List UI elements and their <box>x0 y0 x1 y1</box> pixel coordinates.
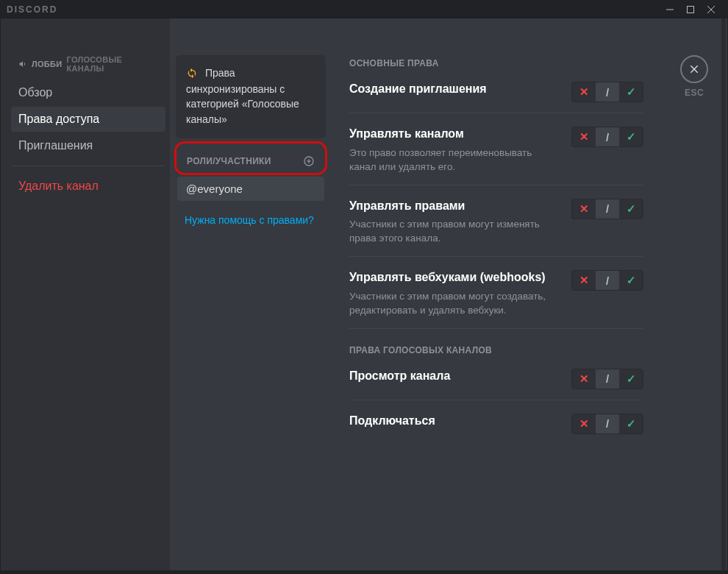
svg-rect-1 <box>688 6 694 13</box>
perm-divider <box>349 256 643 257</box>
permission-row: Управлять каналом Это право позволяет пе… <box>349 127 643 174</box>
group-divider <box>349 328 643 329</box>
titlebar: DISCORD <box>1 1 727 18</box>
sidebar-item-label: Удалить канал <box>18 180 99 192</box>
permission-group-title: ПРАВА ГОЛОСОВЫХ КАНАЛОВ <box>349 345 643 355</box>
tutorial-highlight: РОЛИ/УЧАСТНИКИ <box>174 141 327 175</box>
allow-icon[interactable]: ✓ <box>619 414 643 433</box>
perm-divider <box>349 185 643 185</box>
deny-icon[interactable]: ✕ <box>572 82 596 102</box>
passthrough-icon[interactable]: / <box>596 82 619 102</box>
close-settings-button[interactable] <box>680 55 708 83</box>
maximize-icon <box>687 6 694 13</box>
settings-sidebar: ЛОББИ ГОЛОСОВЫЕ КАНАЛЫ Обзор Права досту… <box>1 18 170 570</box>
roles-header-label: РОЛИ/УЧАСТНИКИ <box>187 156 271 166</box>
permissions-scroll[interactable]: ОСНОВНЫЕ ПРАВА Создание приглашения ✕ / … <box>349 55 710 570</box>
sidebar-divider <box>11 166 165 166</box>
sync-status-card: Права синхронизированы с категорией «Гол… <box>176 55 326 138</box>
perm-divider <box>349 113 643 113</box>
close-settings: ESC <box>679 55 710 98</box>
window-maximize-button[interactable] <box>680 2 701 17</box>
permission-description: Участники с этим правом могут создавать,… <box>349 290 560 318</box>
permission-toggle[interactable]: ✕ / ✓ <box>571 369 643 389</box>
allow-icon[interactable]: ✓ <box>619 199 643 219</box>
permission-row: Подключаться ✕ / ✓ <box>349 414 643 434</box>
add-role-button[interactable] <box>303 155 315 167</box>
app-window: DISCORD ЛОББИ ГОЛОСОВЫЕ КАНАЛЫ Обзор Пра… <box>0 0 728 574</box>
permission-title: Управлять вебхуками (webhooks) <box>349 270 560 286</box>
deny-icon[interactable]: ✕ <box>572 414 596 433</box>
help-link-label: Нужна помощь с правами? <box>185 214 314 226</box>
window-close-button[interactable] <box>701 2 721 17</box>
speaker-icon <box>18 60 27 68</box>
perm-divider <box>349 400 643 400</box>
window-minimize-button[interactable] <box>660 2 680 17</box>
permission-toggle[interactable]: ✕ / ✓ <box>571 199 643 219</box>
close-icon <box>688 63 700 75</box>
sidebar-item-label: Приглашения <box>18 139 93 152</box>
allow-icon[interactable]: ✓ <box>619 127 643 146</box>
close-icon <box>707 6 715 13</box>
deny-icon[interactable]: ✕ <box>572 271 596 290</box>
sidebar-item-overview[interactable]: Обзор <box>11 80 165 105</box>
channel-breadcrumb: ЛОББИ ГОЛОСОВЫЕ КАНАЛЫ <box>18 55 161 73</box>
settings-layout: ЛОББИ ГОЛОСОВЫЕ КАНАЛЫ Обзор Права досту… <box>1 18 727 570</box>
passthrough-icon[interactable]: / <box>596 414 619 433</box>
channel-name: ЛОББИ <box>32 60 63 68</box>
sidebar-item-label: Права доступа <box>18 113 99 125</box>
roles-column: Права синхронизированы с категорией «Гол… <box>170 18 332 570</box>
sidebar-item-invites[interactable]: Приглашения <box>11 133 165 158</box>
permissions-help-link[interactable]: Нужна помощь с правами? <box>176 201 326 226</box>
permission-title: Управлять каналом <box>349 127 560 142</box>
plus-circle-icon <box>303 155 315 167</box>
role-item-label: @everyone <box>186 183 243 195</box>
roles-members-header: РОЛИ/УЧАСТНИКИ <box>178 149 324 171</box>
allow-icon[interactable]: ✓ <box>619 271 643 290</box>
permission-row: Просмотр канала ✕ / ✓ <box>349 369 643 389</box>
permission-group-title: ОСНОВНЫЕ ПРАВА <box>349 58 643 68</box>
brand-label: DISCORD <box>7 4 57 15</box>
permission-description: Это право позволяет переименовывать кана… <box>349 146 560 174</box>
role-item-everyone[interactable]: @everyone <box>177 177 324 201</box>
passthrough-icon[interactable]: / <box>596 369 619 389</box>
permission-row: Управлять вебхуками (webhooks) Участники… <box>349 270 643 318</box>
allow-icon[interactable]: ✓ <box>619 369 643 389</box>
permission-title: Создание приглашения <box>349 82 560 97</box>
permission-row: Создание приглашения ✕ / ✓ <box>349 82 643 102</box>
permission-toggle[interactable]: ✕ / ✓ <box>571 127 643 147</box>
esc-label: ESC <box>685 88 704 98</box>
passthrough-icon[interactable]: / <box>596 199 619 219</box>
channel-category: ГОЛОСОВЫЕ КАНАЛЫ <box>67 55 162 73</box>
allow-icon[interactable]: ✓ <box>619 82 643 102</box>
passthrough-icon[interactable]: / <box>596 127 619 146</box>
permission-row: Управлять правами Участники с этим право… <box>349 199 643 247</box>
sync-icon <box>186 68 198 83</box>
sidebar-item-permissions[interactable]: Права доступа <box>11 107 165 132</box>
permission-description: Участники с этим правом могут изменять п… <box>349 218 560 246</box>
permission-toggle[interactable]: ✕ / ✓ <box>571 270 643 291</box>
deny-icon[interactable]: ✕ <box>572 369 596 389</box>
passthrough-icon[interactable]: / <box>596 271 619 290</box>
deny-icon[interactable]: ✕ <box>572 199 596 219</box>
permission-title: Подключаться <box>349 414 560 429</box>
sidebar-item-label: Обзор <box>18 86 52 99</box>
permission-toggle[interactable]: ✕ / ✓ <box>571 414 643 434</box>
permission-title: Просмотр канала <box>349 369 560 384</box>
permission-title: Управлять правами <box>349 199 560 214</box>
minimize-icon <box>666 6 674 13</box>
bottom-strip <box>1 570 727 573</box>
permissions-column: ESC ОСНОВНЫЕ ПРАВА Создание приглашения … <box>332 18 727 570</box>
sync-status-text: Права синхронизированы с категорией «Гол… <box>186 67 299 125</box>
deny-icon[interactable]: ✕ <box>572 127 596 146</box>
scrollbar[interactable] <box>721 18 726 570</box>
sidebar-item-delete-channel[interactable]: Удалить канал <box>11 174 165 199</box>
permission-toggle[interactable]: ✕ / ✓ <box>571 82 643 102</box>
